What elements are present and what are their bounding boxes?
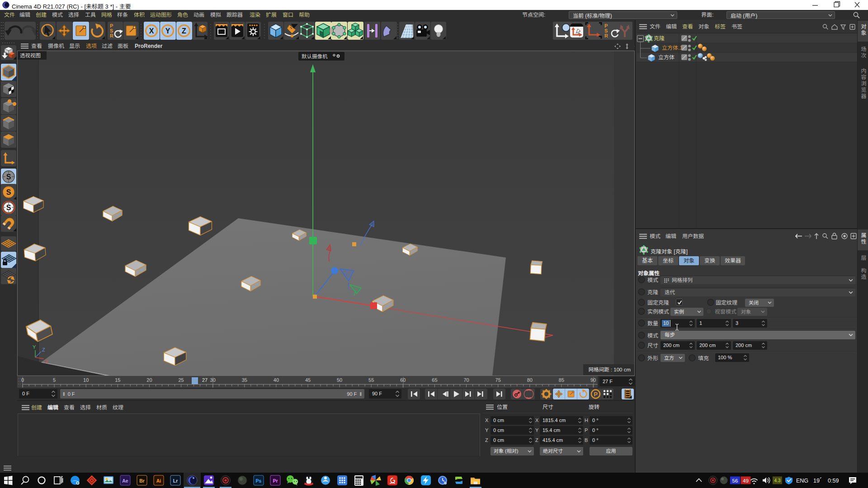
svg-text:X: X [149, 27, 154, 35]
svg-text:Z: Z [182, 27, 186, 35]
svg-text:透视视图: 透视视图 [20, 53, 41, 58]
svg-text:90: 90 [590, 377, 596, 383]
svg-text:R: R [604, 33, 608, 38]
svg-text:R: R [110, 33, 113, 38]
svg-text:35: 35 [242, 377, 247, 383]
svg-text:4.3: 4.3 [774, 478, 781, 483]
svg-text:0: 0 [21, 377, 24, 383]
svg-text:19: 19 [813, 478, 820, 484]
svg-text:60: 60 [400, 377, 406, 383]
svg-text:40: 40 [274, 377, 279, 383]
svg-text:Ae: Ae [122, 478, 128, 483]
svg-text:80: 80 [527, 377, 533, 383]
svg-text:65: 65 [432, 377, 437, 383]
svg-text:ENG: ENG [796, 478, 808, 484]
svg-text:56: 56 [732, 478, 738, 483]
svg-text:Y: Y [33, 344, 36, 350]
svg-text:85: 85 [559, 377, 564, 383]
svg-text:15: 15 [115, 377, 120, 383]
svg-text:Br: Br [139, 478, 145, 483]
svg-text:默认摄像机: 默认摄像机 [302, 54, 328, 59]
svg-text:75: 75 [495, 377, 501, 383]
svg-text:X: X [45, 359, 48, 364]
svg-text:P: P [594, 391, 598, 398]
svg-text:55: 55 [368, 377, 374, 383]
svg-text:27: 27 [202, 377, 208, 383]
svg-text:25: 25 [178, 377, 184, 383]
svg-text:70: 70 [463, 377, 469, 383]
svg-text:50: 50 [337, 377, 342, 383]
svg-text:5: 5 [53, 377, 56, 383]
svg-text:30: 30 [210, 377, 216, 383]
svg-text:Pr: Pr [273, 478, 278, 483]
svg-text:0:59: 0:59 [828, 478, 839, 484]
svg-text:45: 45 [305, 377, 311, 383]
svg-text:Lr: Lr [173, 478, 178, 483]
svg-text:49: 49 [743, 478, 749, 483]
svg-text:Ps: Ps [256, 478, 262, 483]
svg-text:20: 20 [146, 377, 152, 383]
svg-text:Ai: Ai [156, 478, 161, 483]
svg-text:S: S [6, 188, 11, 196]
svg-text:Y: Y [165, 27, 170, 35]
svg-text:Z: Z [42, 347, 45, 352]
svg-text:S: S [6, 204, 11, 211]
svg-text:S: S [6, 173, 11, 181]
svg-text:10: 10 [83, 377, 89, 383]
svg-text:网格间距 : 100 cm: 网格间距 : 100 cm [589, 367, 631, 372]
